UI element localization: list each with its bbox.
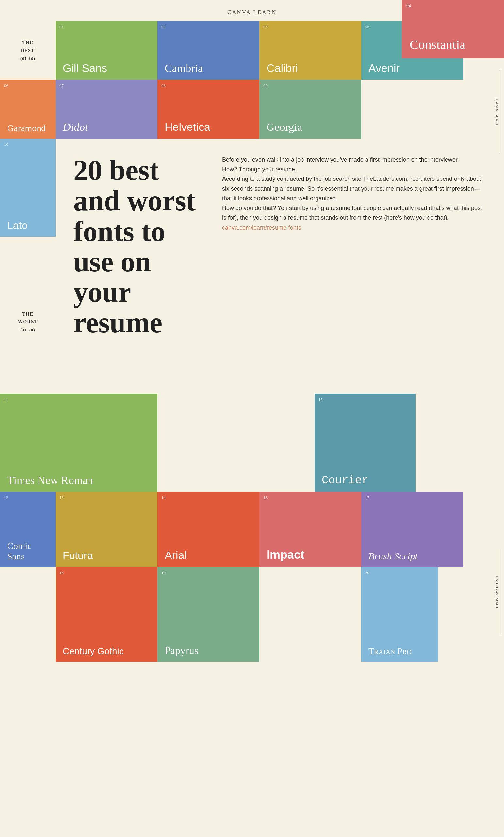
name-century-gothic: Century Gothic (63, 646, 124, 657)
row-worst-1: 11 Times New Roman 15 Courier (0, 394, 504, 492)
tile-calibri: 03 Calibri (259, 21, 361, 80)
best-side-label: THE BEST (494, 69, 501, 154)
article-link[interactable]: canva.com/learn/resume-fonts (222, 223, 488, 233)
tile-brush-script: 17 Brush Script (361, 492, 463, 567)
tile-lato: 10 Lato (0, 139, 56, 237)
tile-courier: 15 Courier (315, 394, 416, 492)
name-brush-script: Brush Script (369, 551, 418, 562)
tile-futura: 13 Futura (56, 492, 157, 567)
name-avenir: Avenir (369, 62, 400, 74)
num-11: 11 (4, 397, 8, 402)
num-18: 18 (59, 570, 64, 575)
name-helvetica: Helvetica (165, 121, 210, 133)
num-19: 19 (161, 570, 166, 575)
name-papyrus: Papyrus (165, 644, 198, 657)
tile-helvetica: 08 Helvetica (157, 80, 259, 139)
name-garamond: Garamond (7, 123, 46, 133)
name-didot: Didot (63, 121, 88, 133)
name-trajan-pro: Trajan Pro (369, 646, 412, 657)
tile-num-04: 04 (406, 3, 411, 8)
num-01: 01 (59, 24, 64, 30)
tile-name-constantia: Constantia (410, 37, 496, 52)
num-08: 08 (161, 83, 166, 88)
page: CANVA LEARN 04 Constantia THE BEST THE W… (0, 0, 504, 662)
name-cambria: Cambria (165, 62, 203, 74)
empty-cell-1 (361, 80, 402, 139)
tile-constantia: 04 Constantia (402, 0, 504, 58)
brand-label: CANVA LEARN (227, 9, 277, 15)
num-09: 09 (263, 83, 267, 88)
tile-didot: 07 Didot (56, 80, 157, 139)
worst-label-area: THEWORST(11-20) (0, 237, 56, 394)
article-section: 10 Lato THEWORST(11-20) 20 best and wors… (0, 139, 504, 394)
name-lato: Lato (7, 219, 27, 231)
best-label-cell: THEBEST(01-10) (0, 21, 56, 80)
article-title: 20 best and worst fonts to use on your r… (74, 155, 199, 338)
tile-gill-sans: 01 Gill Sans (56, 21, 157, 80)
worst-label-text: THEWORST(11-20) (18, 310, 38, 334)
tile-times-new-roman: 11 Times New Roman (0, 394, 157, 492)
tile-garamond: 06 Garamond (0, 80, 56, 139)
name-courier: Courier (322, 474, 369, 486)
num-10: 10 (4, 142, 8, 147)
tile-papyrus: 19 Papyrus (157, 567, 259, 662)
num-17: 17 (365, 495, 369, 500)
worst-side-label: THE WORST (494, 549, 501, 634)
tile-arial: 14 Arial (157, 492, 259, 567)
name-futura: Futura (63, 550, 93, 562)
name-calibri: Calibri (266, 62, 298, 74)
num-13: 13 (59, 495, 64, 500)
num-07: 07 (59, 83, 64, 88)
article-text-col: Before you even walk into a job intervie… (212, 139, 504, 394)
tile-cambria: 02 Cambria (157, 21, 259, 80)
tile-century-gothic: 18 Century Gothic (56, 567, 157, 662)
num-06: 06 (4, 83, 8, 88)
tile-georgia: 09 Georgia (259, 80, 361, 139)
tile-comic-sans: 12 Comic Sans (0, 492, 56, 567)
num-02: 02 (161, 24, 166, 30)
article-intro2: How? Through your resume. (222, 165, 488, 175)
article-body2: How do you do that? You start by using a… (222, 203, 488, 222)
empty-cell-5 (259, 567, 361, 662)
num-05: 05 (365, 24, 369, 30)
num-14: 14 (161, 495, 166, 500)
name-arial: Arial (165, 549, 187, 562)
name-times-new-roman: Times New Roman (7, 474, 93, 486)
num-03: 03 (263, 24, 267, 30)
tile-trajan-pro: 20 Trajan Pro (361, 567, 438, 662)
row-worst-2: 12 Comic Sans 13 Futura 14 Arial 16 Impa… (0, 492, 504, 567)
article-body1: According to a study conducted by the jo… (222, 174, 488, 203)
row-worst-3: 18 Century Gothic 19 Papyrus 20 Trajan P… (0, 567, 504, 662)
empty-cell-3 (416, 394, 504, 492)
empty-cell-2 (157, 394, 315, 492)
name-comic-sans: Comic Sans (7, 541, 48, 562)
article-intro1: Before you even walk into a job intervie… (222, 155, 488, 165)
tile-impact: 16 Impact (259, 492, 361, 567)
num-20: 20 (365, 570, 369, 575)
num-15: 15 (318, 397, 323, 402)
name-impact: Impact (266, 548, 304, 562)
empty-cell-4 (0, 567, 56, 662)
best-label-text: THEBEST(01-10) (20, 39, 35, 62)
article-left-col: 10 Lato THEWORST(11-20) (0, 139, 56, 394)
row-best-2: 06 Garamond 07 Didot 08 Helvetica 09 Geo… (0, 80, 504, 139)
name-georgia: Georgia (266, 121, 302, 133)
num-16: 16 (263, 495, 267, 500)
num-12: 12 (4, 495, 8, 500)
name-gill-sans: Gill Sans (63, 62, 107, 74)
article-title-col: 20 best and worst fonts to use on your r… (56, 139, 212, 394)
